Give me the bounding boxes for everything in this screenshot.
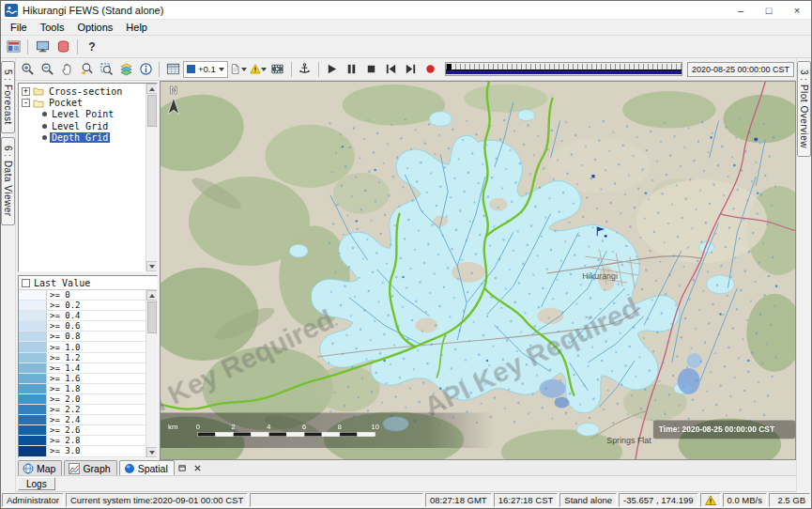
info-button[interactable] — [136, 60, 155, 79]
tab-map[interactable]: Map — [18, 460, 62, 475]
legend-row[interactable]: >= 0.8 — [19, 332, 146, 342]
tab-data-viewer[interactable]: 6 : Data Viewer — [1, 137, 15, 225]
maximize-button[interactable]: □ — [755, 1, 783, 19]
animation-export-button[interactable] — [268, 60, 287, 79]
legend-row[interactable]: >= 3.0 — [19, 446, 146, 456]
zoom-previous-button[interactable] — [77, 60, 96, 79]
last-value-checkbox[interactable] — [22, 279, 30, 287]
tab-forecast[interactable]: 5 : Forecast — [1, 61, 15, 133]
legend-swatch — [19, 374, 47, 383]
legend-row[interactable]: >= 0.4 — [19, 311, 146, 321]
step-back-button[interactable] — [382, 60, 401, 79]
menu-file[interactable]: File — [4, 21, 34, 34]
status-gmt-time: 08:27:18 GMT — [425, 493, 492, 507]
tree-item-pocket[interactable]: - Pocket — [19, 97, 146, 108]
explorer-button[interactable] — [4, 38, 23, 56]
tree-item-label: Pocket — [47, 98, 84, 108]
displays-button[interactable] — [33, 38, 52, 56]
legend-row[interactable]: >= 1.8 — [19, 384, 146, 394]
scroll-thumb[interactable] — [147, 95, 157, 127]
warning-menu-button[interactable] — [249, 60, 268, 79]
scroll-down-button[interactable] — [146, 261, 158, 271]
collapse-toggle[interactable]: - — [22, 99, 30, 107]
play-button[interactable] — [323, 60, 342, 79]
grid-display-button[interactable] — [163, 60, 182, 79]
scroll-up-button[interactable] — [146, 84, 158, 94]
anchor-icon — [298, 62, 312, 76]
legend-swatch — [19, 321, 47, 331]
sphere-icon — [124, 463, 135, 474]
tree-item-cross-section[interactable]: + Cross-section — [19, 85, 146, 97]
help-button[interactable]: ? — [83, 38, 101, 56]
legend-label: >= 2.8 — [47, 436, 84, 445]
tree-item-label: Level Point — [50, 109, 115, 119]
database-button[interactable] — [54, 38, 72, 56]
legend-label: >= 0.6 — [47, 321, 84, 331]
globe-icon — [23, 463, 34, 474]
time-slider[interactable] — [445, 62, 682, 76]
step-forward-button[interactable] — [402, 60, 421, 79]
legend-row[interactable]: >= 2.6 — [19, 425, 146, 436]
zoom-in-icon — [21, 62, 35, 76]
legend-row[interactable]: >= 1.6 — [19, 374, 146, 384]
tree-item-level-grid[interactable]: Level Grid — [19, 120, 146, 131]
pan-button[interactable] — [57, 60, 76, 79]
tree-item-depth-grid[interactable]: Depth Grid — [19, 132, 146, 144]
menu-options[interactable]: Options — [70, 21, 119, 34]
stop-icon — [364, 62, 378, 76]
menu-help[interactable]: Help — [119, 21, 154, 34]
legend-swatch — [19, 353, 47, 362]
zoom-out-button[interactable] — [38, 60, 56, 79]
grid-icon — [166, 62, 180, 76]
profile-tool-button[interactable] — [296, 60, 314, 79]
toolbar-separator — [318, 62, 319, 77]
tab-spatial[interactable]: Spatial — [119, 460, 175, 475]
menu-tools[interactable]: Tools — [34, 21, 71, 34]
legend-scrollbar[interactable] — [146, 290, 157, 457]
layers-icon — [119, 62, 133, 76]
data-viewer-panel: + Cross-section - Pocket — [16, 81, 160, 460]
legend-row[interactable]: >= 1.0 — [19, 342, 146, 352]
arrow-up-icon — [149, 87, 155, 91]
layers-button[interactable] — [116, 60, 135, 79]
legend-row[interactable]: >= 2.8 — [19, 436, 146, 446]
legend-row[interactable]: >= 0 — [19, 290, 146, 301]
stop-button[interactable] — [362, 60, 381, 79]
legend-row[interactable]: >= 0.2 — [19, 301, 146, 311]
document-menu-button[interactable] — [229, 60, 248, 79]
minimize-button[interactable]: – — [727, 1, 755, 19]
layer-tree-list: + Cross-section - Pocket — [19, 84, 146, 271]
legend-row[interactable]: >= 2.0 — [19, 394, 146, 405]
legend-row[interactable]: >= 2.2 — [19, 405, 146, 415]
expand-toggle[interactable]: + — [22, 87, 30, 96]
threshold-combo[interactable]: +0.1 — [183, 61, 228, 78]
scale-unit: km — [168, 423, 178, 431]
zoom-in-button[interactable] — [18, 60, 37, 79]
legend-row[interactable]: >= 0.6 — [19, 321, 146, 332]
legend-row[interactable]: >= 1.2 — [19, 353, 146, 363]
legend-panel: Last Value >= 0 >= 0.2 >= 0.4 >= 0.6 >= … — [18, 275, 158, 458]
close-button[interactable]: × — [783, 1, 811, 19]
scroll-up-button[interactable] — [146, 290, 158, 301]
logs-button[interactable]: Logs — [18, 477, 55, 490]
scroll-thumb[interactable] — [147, 301, 157, 333]
legend-swatch — [19, 446, 47, 455]
tree-item-level-point[interactable]: Level Point — [19, 109, 146, 120]
tab-plot-overview[interactable]: 3 : Plot Overview — [797, 61, 811, 157]
tree-item-label: Cross-section — [47, 86, 124, 97]
record-button[interactable] — [421, 60, 440, 79]
scroll-down-button[interactable] — [146, 447, 158, 457]
legend-row[interactable]: >= 1.4 — [19, 363, 146, 374]
document-icon — [230, 62, 241, 76]
flood-map[interactable]: Hikurangi Springs Flat API Key Required … — [161, 82, 795, 459]
zoom-extent-button[interactable] — [97, 60, 115, 79]
scale-tick: 10 — [371, 423, 378, 431]
close-panel-button[interactable] — [192, 461, 205, 474]
tab-graph[interactable]: Graph — [64, 460, 116, 475]
float-panel-button[interactable] — [176, 461, 190, 474]
threshold-value: +0.1 — [198, 64, 216, 74]
pause-button[interactable] — [343, 60, 361, 79]
tree-scrollbar[interactable] — [146, 84, 157, 271]
legend-row[interactable]: >= 2.4 — [19, 415, 146, 425]
status-memory: 2.5 GB — [769, 493, 810, 507]
